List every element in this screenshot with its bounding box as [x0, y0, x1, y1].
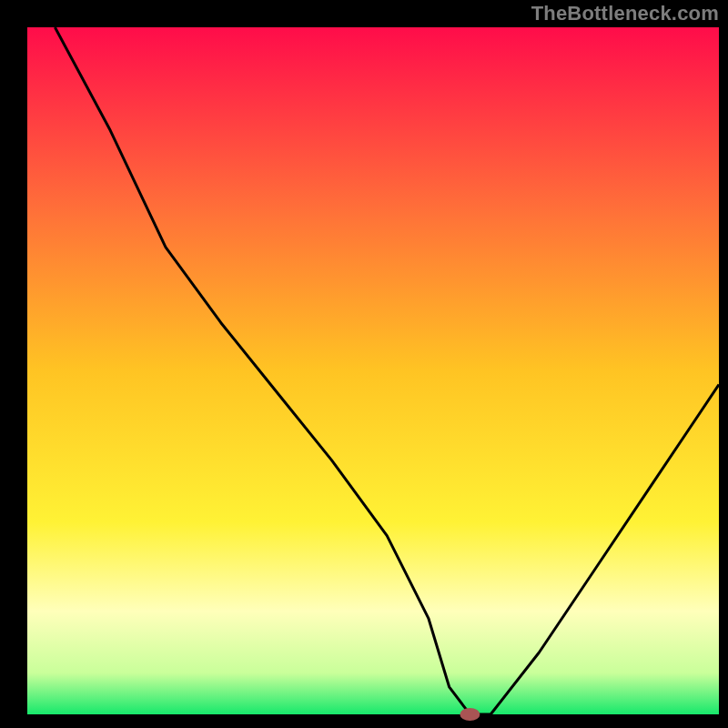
optimal-marker: [460, 708, 480, 721]
bottleneck-chart: [0, 0, 728, 728]
gradient-background: [27, 27, 719, 714]
chart-container: TheBottleneck.com: [0, 0, 728, 728]
